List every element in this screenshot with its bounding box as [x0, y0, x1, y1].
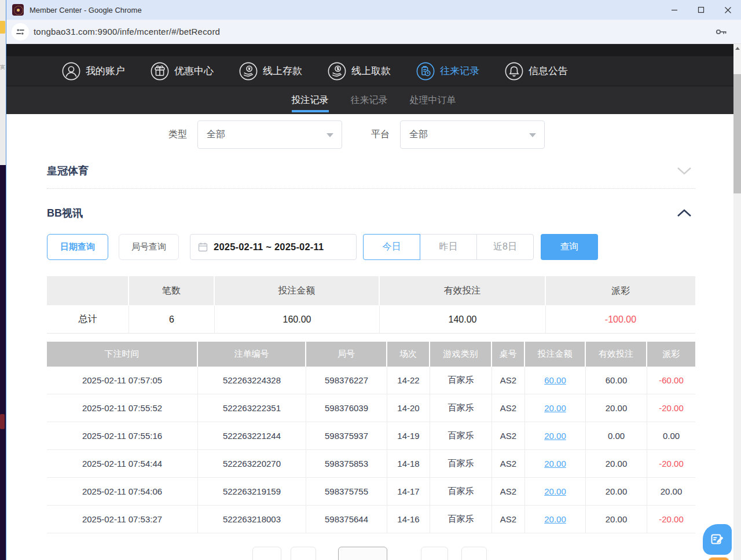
cell-table_no: AS2	[492, 367, 525, 394]
nav-label: 优惠中心	[174, 64, 214, 78]
cell-bet: 20.00	[525, 422, 586, 450]
summary-header-count: 笔数	[129, 276, 215, 306]
cell-bet: 60.00	[525, 367, 586, 394]
password-manager-button[interactable]	[714, 25, 728, 39]
nav-item-announcements[interactable]: 信息公告	[505, 62, 568, 80]
col-game-type: 游戏类别	[430, 342, 492, 367]
tab-label: 往来记录	[351, 94, 388, 107]
tabbar: 投注记录 往来记录 处理中订单	[6, 86, 741, 114]
site-favicon	[12, 4, 24, 16]
pagination-button-current[interactable]	[338, 547, 387, 560]
nav-label: 往来记录	[440, 64, 479, 78]
pagination	[47, 547, 695, 560]
scroll-up-arrow[interactable]	[733, 44, 741, 52]
col-payout: 派彩	[647, 342, 695, 367]
date-query-button[interactable]: 日期查询	[47, 234, 108, 260]
nav-item-promotions[interactable]: 优惠中心	[151, 62, 214, 80]
background-text-fragment: 寞	[0, 64, 5, 71]
cell-payout: -20.00	[647, 506, 695, 533]
summary-count: 6	[129, 306, 215, 334]
section-bb-video[interactable]: BB视讯	[47, 206, 695, 220]
cell-valid: 20.00	[586, 394, 647, 422]
nav-item-online-deposit[interactable]: 线上存款	[239, 62, 302, 80]
round-query-button[interactable]: 局号查询	[119, 234, 179, 260]
date-range-input[interactable]: 2025-02-11 ~ 2025-02-11	[190, 234, 357, 260]
today-button[interactable]: 今日	[363, 234, 420, 260]
browser-window: Member Center - Google Chrome	[6, 0, 741, 560]
table-row: 2025-02-11 07:55:52522263222351598376039…	[47, 394, 695, 422]
cell-game: 百家乐	[430, 450, 492, 478]
maximize-button[interactable]	[688, 0, 714, 20]
bet-amount-link[interactable]: 20.00	[544, 403, 566, 413]
cell-payout: 0.00	[647, 422, 695, 450]
tab-processing-orders[interactable]: 处理中订单	[410, 86, 456, 114]
secondary-float-button[interactable]	[708, 557, 729, 560]
screen: 寞 Member Center - Google Chrome	[0, 0, 741, 560]
search-button[interactable]: 查询	[541, 234, 598, 260]
last-8-days-button[interactable]: 近8日	[476, 234, 534, 260]
cell-time: 2025-02-11 07:53:27	[47, 506, 198, 533]
pagination-button[interactable]	[291, 547, 316, 560]
bet-amount-link[interactable]: 20.00	[544, 459, 566, 469]
chevron-down-icon[interactable]	[677, 166, 695, 175]
bet-amount-link[interactable]: 60.00	[544, 375, 566, 385]
close-button[interactable]	[714, 0, 741, 20]
bet-amount-link[interactable]: 20.00	[544, 486, 566, 496]
cell-table_no: AS2	[492, 394, 525, 422]
nav-item-transaction-records[interactable]: 往来记录	[416, 62, 479, 80]
bet-amount-link[interactable]: 20.00	[544, 431, 566, 441]
feedback-float-button[interactable]	[703, 524, 732, 555]
cell-time: 2025-02-11 07:55:16	[47, 422, 198, 450]
cell-session: 14-19	[387, 422, 430, 450]
cell-payout: 20.00	[647, 478, 695, 506]
minimize-button[interactable]	[661, 0, 688, 20]
pagination-button[interactable]	[252, 547, 281, 560]
cell-bet: 20.00	[525, 478, 586, 506]
bet-records-table: 下注时间 注单编号 局号 场次 游戏类别 桌号 投注金额 有效投注 派彩 202…	[47, 342, 695, 533]
cell-game: 百家乐	[430, 394, 492, 422]
records-icon	[416, 62, 435, 80]
cell-game: 百家乐	[430, 367, 492, 394]
nav-label: 我的账户	[86, 64, 125, 78]
site-info-button[interactable]	[12, 23, 29, 41]
cell-round: 598375644	[306, 506, 387, 533]
cell-order: 522263221244	[198, 422, 306, 450]
nav-label: 线上存款	[263, 64, 302, 78]
cell-session: 14-20	[387, 394, 430, 422]
table-row: 2025-02-11 07:57:05522263224328598376227…	[47, 367, 695, 394]
yesterday-button[interactable]: 昨日	[420, 234, 477, 260]
page-content: 我的账户 优惠中心	[6, 44, 741, 560]
nav-item-my-account[interactable]: 我的账户	[62, 62, 125, 80]
type-select-value: 全部	[207, 129, 225, 141]
pagination-button[interactable]	[421, 547, 448, 560]
tab-bet-records[interactable]: 投注记录	[292, 86, 329, 114]
section-title: BB视讯	[47, 206, 83, 220]
scrollbar[interactable]	[733, 44, 741, 560]
platform-select[interactable]: 全部	[400, 120, 545, 149]
section-title: 皇冠体育	[47, 164, 89, 178]
pagination-button[interactable]	[461, 547, 487, 560]
cell-bet: 20.00	[525, 506, 586, 533]
col-round-no: 局号	[306, 342, 387, 367]
type-filter-label: 类型	[168, 129, 187, 141]
table-row: 2025-02-11 07:55:16522263221244598375937…	[47, 422, 695, 450]
page-top-strip	[6, 44, 741, 56]
note-edit-icon	[710, 532, 725, 547]
section-divider	[47, 188, 695, 189]
cell-round: 598376227	[306, 367, 387, 394]
scrollbar-thumb[interactable]	[733, 74, 741, 193]
tab-transaction-records[interactable]: 往来记录	[351, 86, 388, 114]
summary-header-valid-bet: 有效投注	[380, 276, 546, 306]
query-row: 日期查询 局号查询 2025-02-11 ~ 2025-02-11 今日	[47, 234, 695, 260]
nav-item-online-withdraw[interactable]: 线上取款	[328, 62, 391, 80]
main-nav: 我的账户 优惠中心	[6, 56, 741, 86]
cell-game: 百家乐	[430, 506, 492, 533]
cell-bet: 20.00	[525, 394, 586, 422]
section-crown-sports[interactable]: 皇冠体育	[47, 164, 695, 178]
chevron-up-icon[interactable]	[677, 208, 695, 218]
cell-valid: 60.00	[586, 367, 647, 394]
col-session: 场次	[387, 342, 430, 367]
bet-amount-link[interactable]: 20.00	[544, 514, 566, 524]
url-text[interactable]: tongbao31.com:9900/infe/mcenter/#/betRec…	[34, 27, 220, 36]
type-select[interactable]: 全部	[197, 120, 342, 149]
